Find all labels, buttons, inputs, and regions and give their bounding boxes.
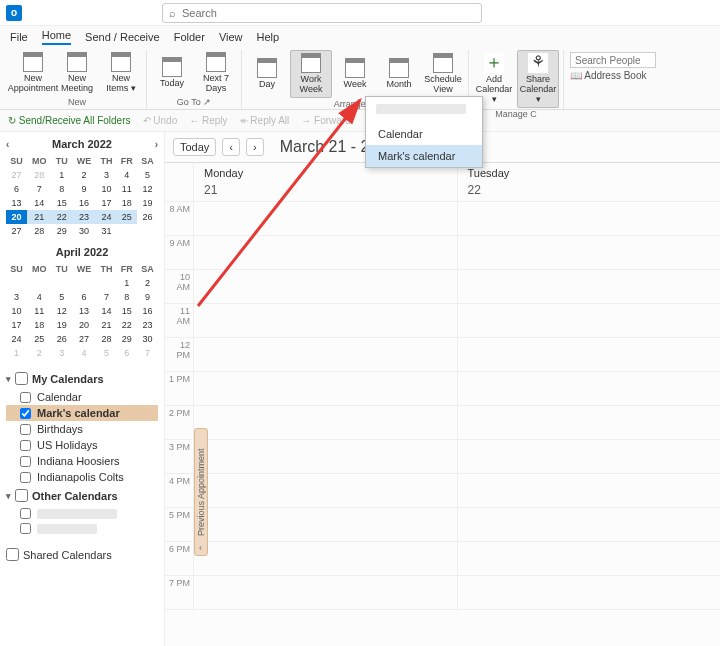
reply-all-button[interactable]: ↞ Reply All	[240, 115, 290, 126]
search-box[interactable]: ⌕	[162, 3, 482, 23]
mini-cal-day[interactable]: 25	[27, 332, 51, 346]
day-button[interactable]: Day	[246, 50, 288, 98]
mini-cal-day[interactable]	[27, 276, 51, 290]
next-month-button[interactable]: ›	[155, 139, 158, 150]
time-cell[interactable]	[457, 508, 721, 541]
mini-cal-day[interactable]: 4	[27, 290, 51, 304]
mini-cal-day[interactable]: 2	[27, 346, 51, 360]
mini-cal-day[interactable]: 4	[72, 346, 96, 360]
mini-cal-day[interactable]: 30	[137, 332, 158, 346]
other-calendars-checkbox[interactable]	[15, 489, 28, 502]
mini-cal-day[interactable]: 11	[117, 182, 137, 196]
undo-button[interactable]: ↶ Undo	[143, 115, 178, 126]
calendar-item[interactable]: Indianapolis Colts	[6, 469, 158, 485]
calendar-item[interactable]: Mark's calendar	[6, 405, 158, 421]
search-people-input[interactable]	[570, 52, 656, 68]
time-cell[interactable]	[457, 338, 721, 371]
mini-cal-day[interactable]: 29	[117, 332, 137, 346]
menu-sendreceive[interactable]: Send / Receive	[85, 31, 160, 43]
time-cell[interactable]	[457, 474, 721, 507]
prev-month-button[interactable]: ‹	[6, 139, 9, 150]
mini-cal-day[interactable]: 3	[6, 290, 27, 304]
dropdown-item-marks-calendar[interactable]: Mark's calendar	[366, 145, 482, 167]
mini-cal-day[interactable]: 6	[6, 182, 27, 196]
mini-cal-day[interactable]: 19	[137, 196, 158, 210]
mini-cal-day[interactable]: 16	[72, 196, 96, 210]
mini-cal-day[interactable]: 14	[96, 304, 116, 318]
mini-cal-day[interactable]: 26	[52, 332, 72, 346]
my-calendars-group[interactable]: ▾My Calendars	[6, 368, 158, 389]
mini-cal-day[interactable]: 9	[72, 182, 96, 196]
other-cal-redacted-1[interactable]	[6, 506, 158, 521]
mini-cal-day[interactable]: 12	[137, 182, 158, 196]
mini-cal-day[interactable]: 7	[137, 346, 158, 360]
mini-cal-day[interactable]: 24	[6, 332, 27, 346]
mini-cal-day[interactable]: 22	[117, 318, 137, 332]
calendar-item[interactable]: Birthdays	[6, 421, 158, 437]
week-button[interactable]: Week	[334, 50, 376, 98]
time-cell[interactable]	[193, 474, 457, 507]
share-calendar-button[interactable]: ⚘Share Calendar ▾	[517, 50, 559, 108]
calendar-item[interactable]: Calendar	[6, 389, 158, 405]
mini-cal-grid[interactable]: SUMOTUWETHFRSA27281234567891011121314151…	[6, 154, 158, 238]
time-cell[interactable]	[193, 440, 457, 473]
mini-cal-day[interactable]: 17	[6, 318, 27, 332]
next-week-button[interactable]: ›	[246, 138, 264, 156]
menu-home[interactable]: Home	[42, 29, 71, 45]
mini-cal-day[interactable]: 19	[52, 318, 72, 332]
menu-help[interactable]: Help	[257, 31, 280, 43]
mini-cal-day[interactable]: 25	[117, 210, 137, 224]
time-cell[interactable]	[457, 576, 721, 609]
mini-cal-day[interactable]: 28	[27, 168, 51, 182]
dropdown-item-redacted[interactable]	[366, 97, 482, 123]
mini-cal-day[interactable]: 20	[6, 210, 27, 224]
today-button[interactable]: Today	[151, 50, 193, 96]
mini-cal-day[interactable]: 27	[6, 168, 27, 182]
prev-week-button[interactable]: ‹	[222, 138, 240, 156]
mini-cal-day[interactable]: 29	[52, 224, 72, 238]
mini-cal-day[interactable]: 9	[137, 290, 158, 304]
calendar-item[interactable]: Indiana Hoosiers	[6, 453, 158, 469]
next7days-button[interactable]: Next 7 Days	[195, 50, 237, 96]
mini-cal-day[interactable]: 5	[96, 346, 116, 360]
mini-cal-day[interactable]: 23	[137, 318, 158, 332]
mini-cal-day[interactable]: 5	[52, 290, 72, 304]
reply-button[interactable]: ← Reply	[189, 115, 227, 126]
time-cell[interactable]	[457, 542, 721, 575]
mini-cal-day[interactable]: 6	[72, 290, 96, 304]
mini-cal-day[interactable]: 24	[96, 210, 116, 224]
mini-cal-day[interactable]: 7	[27, 182, 51, 196]
dropdown-item-calendar[interactable]: Calendar	[366, 123, 482, 145]
mini-cal-day[interactable]: 20	[72, 318, 96, 332]
time-cell[interactable]	[457, 440, 721, 473]
mini-cal-day[interactable]: 12	[52, 304, 72, 318]
mini-cal-day[interactable]: 21	[27, 210, 51, 224]
today-nav-button[interactable]: Today	[173, 138, 216, 156]
mini-cal-day[interactable]: 21	[96, 318, 116, 332]
mini-cal-day[interactable]: 15	[52, 196, 72, 210]
mini-cal-day[interactable]: 13	[6, 196, 27, 210]
mini-cal-day[interactable]: 23	[72, 210, 96, 224]
menu-folder[interactable]: Folder	[174, 31, 205, 43]
mini-cal-day[interactable]: 28	[96, 332, 116, 346]
time-cell[interactable]	[193, 508, 457, 541]
month-button[interactable]: Month	[378, 50, 420, 98]
menu-view[interactable]: View	[219, 31, 243, 43]
time-cell[interactable]	[193, 406, 457, 439]
mini-cal-grid-2[interactable]: SUMOTUWETHFRSA12345678910111213141516171…	[6, 262, 158, 360]
time-cell[interactable]	[193, 542, 457, 575]
send-receive-all-button[interactable]: ↻ Send/Receive All Folders	[8, 115, 131, 126]
time-cell[interactable]	[193, 270, 457, 303]
mini-cal-day[interactable]: 22	[52, 210, 72, 224]
mini-cal-day[interactable]: 6	[117, 346, 137, 360]
mini-cal-day[interactable]: 27	[6, 224, 27, 238]
mini-cal-day[interactable]	[117, 224, 137, 238]
menu-file[interactable]: File	[10, 31, 28, 43]
mini-cal-day[interactable]: 7	[96, 290, 116, 304]
mini-cal-day[interactable]	[137, 224, 158, 238]
mini-cal-day[interactable]: 1	[52, 168, 72, 182]
mini-cal-day[interactable]: 11	[27, 304, 51, 318]
new-meeting-button[interactable]: New Meeting	[56, 50, 98, 96]
mini-cal-day[interactable]: 17	[96, 196, 116, 210]
time-cell[interactable]	[193, 372, 457, 405]
